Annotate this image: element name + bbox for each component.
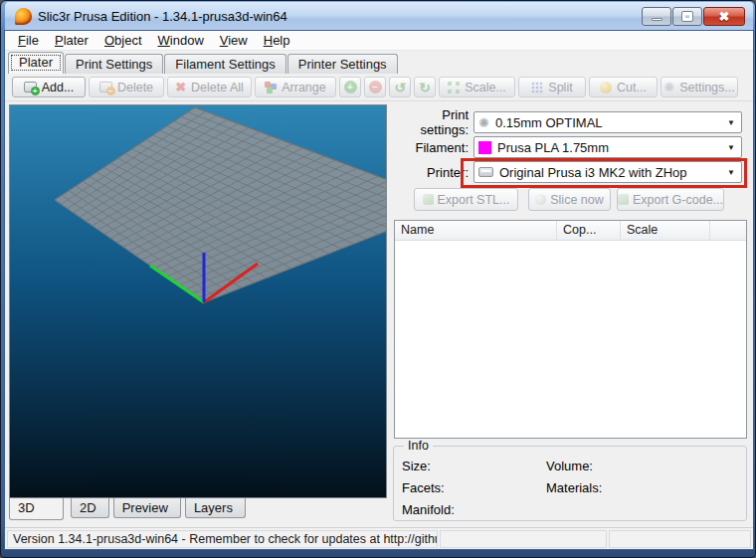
- main-tab-strip: Plater Print Settings Filament Settings …: [5, 52, 753, 74]
- view-tab-3d[interactable]: 3D: [9, 498, 64, 520]
- info-manifold-label: Manifold:: [402, 502, 455, 517]
- object-list-header: Name Cop... Scale: [395, 221, 746, 241]
- view-tab-2d[interactable]: 2D: [71, 498, 109, 518]
- red-x-icon: ✖: [175, 81, 186, 93]
- rotate-ccw-icon: ↺: [394, 81, 406, 94]
- info-group-title: Info: [404, 439, 433, 453]
- rotate-cw-button[interactable]: ↻: [414, 77, 436, 97]
- status-version-field: Version 1.34.1-prusa3d-win64 - Remember …: [7, 530, 438, 548]
- split-icon: [531, 82, 543, 93]
- gear-icon: ✺: [478, 116, 489, 129]
- 3d-viewport[interactable]: [9, 104, 387, 498]
- column-header-blank: [710, 221, 746, 240]
- status-field-3: [609, 530, 751, 548]
- 3d-scene: [10, 105, 386, 497]
- split-button[interactable]: Split: [518, 77, 586, 97]
- maximize-icon: [682, 12, 692, 21]
- filament-combo[interactable]: Prusa PLA 1.75mm ▼: [473, 136, 742, 158]
- view-mode-tabs: 3D 2D Preview Layers: [9, 498, 250, 522]
- info-materials-label: Materials:: [546, 480, 602, 495]
- column-header-copies[interactable]: Cop...: [557, 221, 621, 240]
- delete-button[interactable]: − Delete: [89, 77, 164, 97]
- filament-label: Filament:: [391, 140, 469, 155]
- increase-copies-button[interactable]: +: [339, 77, 361, 97]
- close-button[interactable]: ✖: [703, 7, 745, 26]
- arrange-cubes-icon: [265, 82, 277, 93]
- chevron-down-icon: ▼: [727, 143, 735, 152]
- menu-view[interactable]: View: [212, 31, 256, 50]
- slice-icon: [535, 194, 546, 205]
- window-title: Slic3r Prusa Edition - 1.34.1-prusa3d-wi…: [38, 9, 642, 24]
- tab-printer-settings[interactable]: Printer Settings: [287, 54, 398, 74]
- slice-now-button[interactable]: Slice now: [528, 188, 611, 211]
- title-bar[interactable]: Slic3r Prusa Edition - 1.34.1-prusa3d-wi…: [5, 2, 753, 31]
- object-list-body: [395, 241, 746, 438]
- info-facets-label: Facets:: [402, 480, 445, 495]
- status-text: Version 1.34.1-prusa3d-win64 - Remember …: [8, 532, 438, 546]
- arrange-button[interactable]: Arrange: [255, 77, 336, 97]
- menu-plater[interactable]: Plater: [47, 31, 96, 50]
- add-button[interactable]: + Add...: [12, 77, 86, 97]
- rotate-cw-icon: ↻: [419, 81, 431, 94]
- gcode-icon: [618, 194, 629, 205]
- filament-color-swatch: [478, 141, 491, 154]
- menu-help[interactable]: Help: [256, 31, 298, 50]
- column-header-name[interactable]: Name: [395, 221, 557, 240]
- print-settings-value: 0.15mm OPTIMAL: [495, 115, 721, 130]
- settings-panel: Print settings: ✺ 0.15mm OPTIMAL ▼ Filam…: [391, 104, 753, 522]
- cut-button[interactable]: Cut...: [589, 77, 658, 97]
- maximize-button[interactable]: [672, 7, 702, 26]
- decrease-copies-button[interactable]: −: [364, 77, 386, 97]
- tab-filament-settings[interactable]: Filament Settings: [164, 54, 285, 74]
- info-size-label: Size:: [402, 459, 431, 473]
- decrease-copies-icon: −: [369, 81, 382, 93]
- column-header-scale[interactable]: Scale: [621, 221, 710, 240]
- box-remove-icon: −: [99, 82, 112, 93]
- increase-copies-icon: +: [344, 81, 357, 93]
- export-gcode-button[interactable]: Export G-code...: [617, 188, 724, 211]
- export-stl-button[interactable]: Export STL...: [414, 188, 518, 211]
- filament-value: Prusa PLA 1.75mm: [497, 140, 721, 155]
- scale-button[interactable]: Scale...: [439, 77, 515, 97]
- delete-all-button[interactable]: ✖ Delete All: [167, 77, 252, 97]
- status-field-2: [440, 530, 607, 548]
- menu-window[interactable]: Window: [150, 31, 212, 50]
- info-volume-label: Volume:: [546, 459, 593, 473]
- cut-icon: [600, 82, 612, 93]
- app-window: Slic3r Prusa Edition - 1.34.1-prusa3d-wi…: [0, 0, 756, 558]
- scale-icon: [448, 82, 460, 93]
- slic3r-logo-icon[interactable]: [15, 8, 32, 25]
- info-groupbox: Info Size: Volume: Facets: Materials: Ma…: [393, 446, 747, 521]
- minimize-icon: [652, 18, 662, 21]
- tab-print-settings[interactable]: Print Settings: [65, 54, 163, 74]
- menu-object[interactable]: Object: [96, 31, 150, 50]
- object-list: Name Cop... Scale: [394, 220, 747, 439]
- printer-label: Printer:: [391, 165, 469, 180]
- gear-icon: ✺: [663, 81, 674, 93]
- stl-cube-icon: [423, 194, 434, 205]
- box-add-icon: +: [24, 82, 37, 93]
- menu-bar: File Plater Object Window View Help: [5, 31, 753, 51]
- printer-annotation-box: [461, 158, 747, 188]
- plater-toolbar: + Add... − Delete ✖ Delete All Arrange +…: [5, 74, 753, 101]
- rotate-ccw-button[interactable]: ↺: [389, 77, 411, 97]
- tab-plater[interactable]: Plater: [8, 52, 64, 74]
- chevron-down-icon: ▼: [727, 118, 735, 127]
- close-icon: ✖: [719, 10, 730, 23]
- print-settings-combo[interactable]: ✺ 0.15mm OPTIMAL ▼: [473, 111, 742, 133]
- minimize-button[interactable]: [642, 7, 671, 26]
- view-tab-layers[interactable]: Layers: [185, 498, 246, 518]
- menu-file[interactable]: File: [10, 31, 47, 50]
- client-area: File Plater Object Window View Help Plat…: [5, 31, 753, 549]
- print-settings-label: Print settings:: [391, 107, 469, 137]
- view-tab-preview[interactable]: Preview: [113, 498, 181, 518]
- settings-button[interactable]: ✺ Settings...: [661, 77, 738, 97]
- status-bar: Version 1.34.1-prusa3d-win64 - Remember …: [5, 527, 753, 549]
